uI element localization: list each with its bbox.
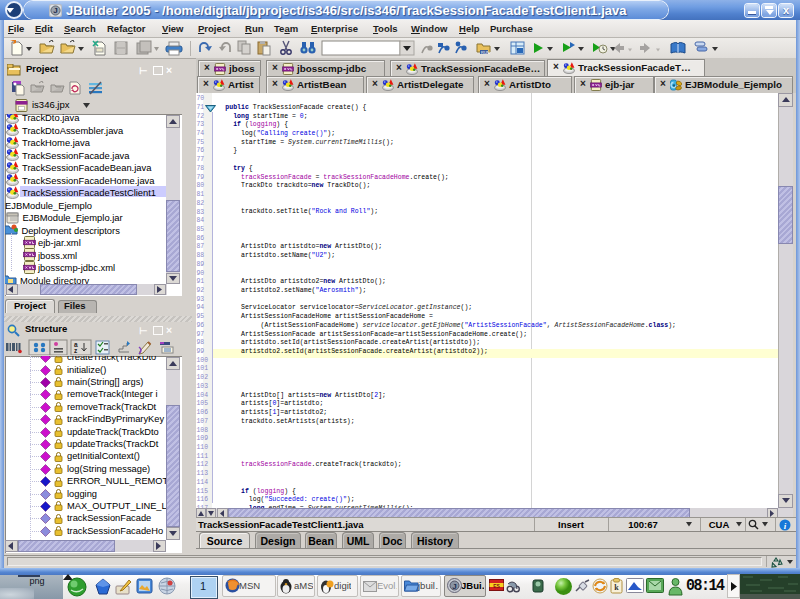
- svg-text:J: J: [452, 582, 456, 591]
- svg-text:RUN: RUN: [481, 50, 490, 55]
- svg-text:J: J: [53, 6, 57, 15]
- svg-text:k: k: [614, 583, 619, 592]
- svg-text:ES: ES: [493, 583, 500, 589]
